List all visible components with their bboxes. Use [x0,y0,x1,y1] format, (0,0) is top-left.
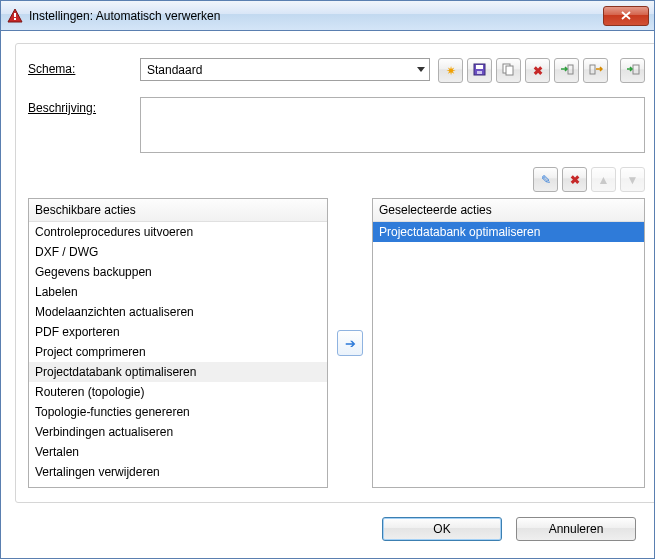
close-button[interactable] [603,6,649,26]
copy-button[interactable] [496,58,521,83]
list-item[interactable]: Projectdatabank optimaliseren [373,222,644,242]
arrow-right-icon: ➔ [345,336,356,351]
svg-rect-5 [477,71,482,74]
list-item[interactable]: Verbindingen actualiseren [29,422,327,442]
list-item[interactable]: DXF / DWG [29,242,327,262]
add-to-selected-button[interactable]: ➔ [337,330,363,356]
disk-icon [473,63,486,79]
star-icon: ✷ [446,64,456,78]
list-item[interactable]: Projectdatabank optimaliseren [29,362,327,382]
svg-rect-10 [633,65,639,74]
extra-button[interactable] [620,58,645,83]
list-item[interactable]: Labelen [29,282,327,302]
pencil-icon: ✎ [541,173,551,187]
title-bar: Instellingen: Automatisch verwerken [1,1,654,31]
list-item[interactable]: Vertalen [29,442,327,462]
chevron-down-icon [417,67,425,72]
save-button[interactable] [467,58,492,83]
schema-select[interactable]: Standaard [140,58,430,81]
list-item[interactable]: PDF exporteren [29,322,327,342]
list-item[interactable]: Project comprimeren [29,342,327,362]
schema-toolbar: ✷ ✖ [438,58,645,83]
list-item[interactable]: Controleprocedures uitvoeren [29,222,327,242]
delete-button[interactable]: ✖ [525,58,550,83]
move-down-button[interactable]: ▼ [620,167,645,192]
svg-rect-9 [590,65,595,74]
list-item[interactable]: Verwerkingen actualiseren [29,482,327,487]
extra-icon [626,63,640,79]
app-icon [7,8,23,24]
x-icon: ✖ [533,64,543,78]
available-header: Beschikbare acties [29,199,327,222]
selected-actions-list[interactable]: Geselecteerde acties Projectdatabank opt… [372,198,645,488]
edit-button[interactable]: ✎ [533,167,558,192]
list-item[interactable]: Topologie-functies genereren [29,402,327,422]
description-input[interactable] [140,97,645,153]
import-icon [560,63,574,79]
schema-label: Schema: [28,58,140,76]
remove-button[interactable]: ✖ [562,167,587,192]
main-group: Schema: Standaard ✷ ✖ [15,43,655,503]
x-icon: ✖ [570,173,580,187]
ok-button[interactable]: OK [382,517,502,541]
new-button[interactable]: ✷ [438,58,463,83]
copy-icon [502,63,515,79]
move-up-button[interactable]: ▲ [591,167,616,192]
selected-header: Geselecteerde acties [373,199,644,222]
schema-value: Standaard [147,63,202,77]
list-item[interactable]: Vertalingen verwijderen [29,462,327,482]
svg-rect-4 [476,65,483,69]
svg-rect-7 [506,66,513,75]
description-label: Beschrijving: [28,97,140,115]
selected-toolbar: ✎ ✖ ▲ ▼ [28,167,645,192]
arrow-down-icon: ▼ [627,173,639,187]
cancel-button[interactable]: Annuleren [516,517,636,541]
import-button[interactable] [554,58,579,83]
list-item[interactable]: Modelaanzichten actualiseren [29,302,327,322]
export-icon [589,63,603,79]
list-item[interactable]: Routeren (topologie) [29,382,327,402]
svg-rect-2 [14,18,16,20]
arrow-up-icon: ▲ [598,173,610,187]
available-actions-list[interactable]: Beschikbare acties Controleprocedures ui… [28,198,328,488]
list-item[interactable]: Gegevens backuppen [29,262,327,282]
svg-rect-8 [568,65,573,74]
svg-rect-1 [14,13,16,17]
export-button[interactable] [583,58,608,83]
window-title: Instellingen: Automatisch verwerken [29,9,603,23]
